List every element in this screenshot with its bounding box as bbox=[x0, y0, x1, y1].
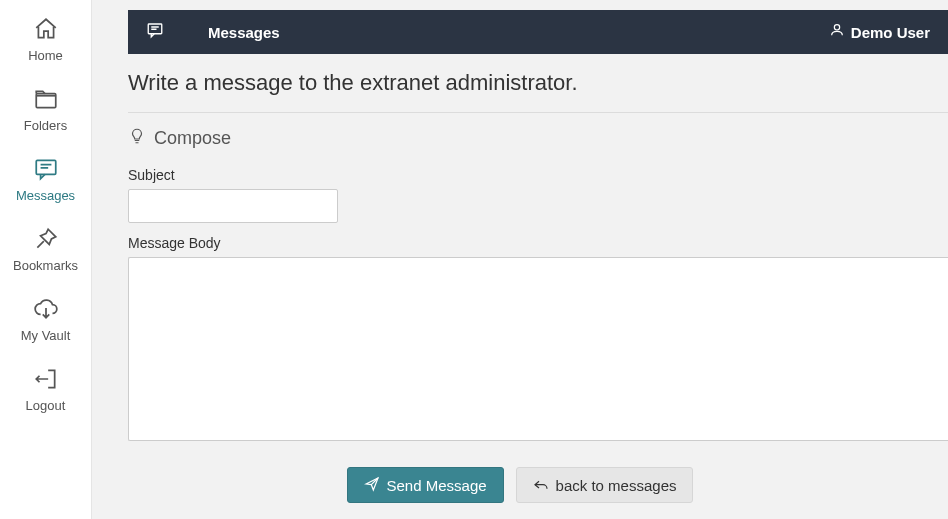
logout-icon bbox=[0, 366, 91, 392]
divider bbox=[128, 112, 948, 113]
compose-title: Compose bbox=[154, 128, 231, 149]
svg-point-3 bbox=[834, 25, 839, 30]
topbar-title: Messages bbox=[208, 24, 280, 41]
sidebar-item-label: Bookmarks bbox=[13, 258, 78, 273]
sidebar-item-messages[interactable]: Messages bbox=[0, 146, 91, 216]
topbar: Messages Demo User bbox=[128, 10, 948, 54]
user-menu[interactable]: Demo User bbox=[829, 22, 930, 42]
messages-icon bbox=[146, 21, 164, 43]
body-label: Message Body bbox=[128, 235, 948, 251]
content: Write a message to the extranet administ… bbox=[92, 54, 948, 503]
sidebar-item-home[interactable]: Home bbox=[0, 6, 91, 76]
sidebar-item-label: Home bbox=[28, 48, 63, 63]
topbar-left: Messages bbox=[146, 21, 280, 43]
app-root: Home Folders Messages Bookmarks My Vault bbox=[0, 0, 948, 519]
sidebar-item-my-vault[interactable]: My Vault bbox=[0, 286, 91, 356]
subject-label: Subject bbox=[128, 167, 948, 183]
cloud-download-icon bbox=[0, 296, 91, 322]
send-message-button[interactable]: Send Message bbox=[347, 467, 504, 503]
page-heading: Write a message to the extranet administ… bbox=[128, 70, 948, 96]
folder-icon bbox=[0, 86, 91, 112]
back-button-label: back to messages bbox=[556, 477, 677, 494]
send-icon bbox=[364, 476, 380, 495]
back-to-messages-button[interactable]: back to messages bbox=[516, 467, 694, 503]
messages-icon bbox=[0, 156, 91, 182]
sidebar-item-label: Messages bbox=[16, 188, 75, 203]
sidebar-item-label: Logout bbox=[26, 398, 66, 413]
compose-header: Compose bbox=[128, 127, 948, 149]
sidebar-item-label: My Vault bbox=[21, 328, 71, 343]
sidebar: Home Folders Messages Bookmarks My Vault bbox=[0, 0, 92, 519]
main-area: Messages Demo User Write a message to th… bbox=[92, 0, 948, 519]
sidebar-item-label: Folders bbox=[24, 118, 67, 133]
button-row: Send Message back to messages bbox=[128, 467, 948, 503]
pin-icon bbox=[0, 226, 91, 252]
sidebar-item-logout[interactable]: Logout bbox=[0, 356, 91, 426]
user-icon bbox=[829, 22, 845, 42]
send-button-label: Send Message bbox=[387, 477, 487, 494]
subject-input[interactable] bbox=[128, 189, 338, 223]
user-name-label: Demo User bbox=[851, 24, 930, 41]
reply-icon bbox=[533, 476, 549, 495]
message-body-input[interactable] bbox=[128, 257, 948, 441]
lightbulb-icon bbox=[128, 127, 146, 149]
sidebar-item-folders[interactable]: Folders bbox=[0, 76, 91, 146]
home-icon bbox=[0, 16, 91, 42]
sidebar-item-bookmarks[interactable]: Bookmarks bbox=[0, 216, 91, 286]
